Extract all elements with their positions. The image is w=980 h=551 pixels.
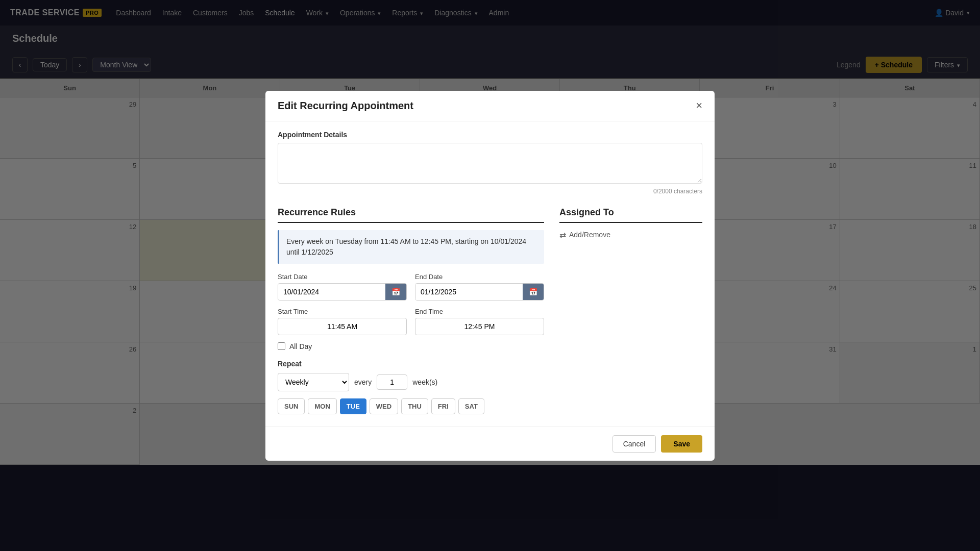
end-date-calendar-icon[interactable]: 📅 <box>523 284 544 300</box>
day-tue-button[interactable]: TUE <box>340 398 366 414</box>
start-date-group: Start Date 📅 <box>278 273 407 300</box>
recurrence-rules-heading: Recurrence Rules <box>278 207 544 223</box>
date-row: Start Date 📅 End Date 📅 <box>278 273 544 300</box>
cancel-button[interactable]: Cancel <box>612 435 656 453</box>
start-date-label: Start Date <box>278 273 407 281</box>
time-row: Start Time End Time <box>278 308 544 335</box>
assigned-to-heading: Assigned To <box>559 207 702 223</box>
repeat-label: Repeat <box>278 360 544 368</box>
recurrence-rules-section: Recurrence Rules Every week on Tuesday f… <box>278 207 544 414</box>
modal-body: Appointment Details 0/2000 characters Re… <box>265 121 715 427</box>
end-date-input-wrapper: 📅 <box>415 283 544 300</box>
modal-footer: Cancel Save <box>265 427 715 461</box>
close-button[interactable]: × <box>696 100 702 111</box>
recurrence-summary: Every week on Tuesday from 11:45 AM to 1… <box>278 230 544 264</box>
every-label: every <box>354 378 372 386</box>
day-sun-button[interactable]: SUN <box>278 398 305 414</box>
end-time-label: End Time <box>415 308 544 315</box>
all-day-row: All Day <box>278 342 544 350</box>
appointment-details-textarea[interactable] <box>278 143 702 184</box>
save-button[interactable]: Save <box>661 435 702 453</box>
start-time-input[interactable] <box>278 318 407 335</box>
start-date-calendar-icon[interactable]: 📅 <box>385 284 406 300</box>
day-sat-button[interactable]: SAT <box>458 398 484 414</box>
day-buttons: SUN MON TUE WED THU FRI SAT <box>278 398 544 414</box>
end-time-group: End Time <box>415 308 544 335</box>
char-count: 0/2000 characters <box>278 188 702 195</box>
edit-recurring-modal: Edit Recurring Appointment × Appointment… <box>265 91 715 461</box>
start-time-group: Start Time <box>278 308 407 335</box>
modal-overlay: Edit Recurring Appointment × Appointment… <box>0 0 980 465</box>
end-date-input[interactable] <box>415 284 523 300</box>
day-thu-button[interactable]: THU <box>401 398 428 414</box>
add-remove-label: Add/Remove <box>569 231 610 239</box>
all-day-label: All Day <box>289 342 312 350</box>
modal-title: Edit Recurring Appointment <box>278 100 413 112</box>
assigned-to-section: Assigned To ⇄ Add/Remove <box>559 207 702 414</box>
day-fri-button[interactable]: FRI <box>431 398 455 414</box>
appointment-details-label: Appointment Details <box>278 131 702 139</box>
repeat-select[interactable]: Weekly Daily Monthly Yearly <box>278 373 349 391</box>
start-date-input[interactable] <box>278 284 385 300</box>
end-date-group: End Date 📅 <box>415 273 544 300</box>
start-time-label: Start Time <box>278 308 407 315</box>
add-remove-link[interactable]: ⇄ Add/Remove <box>559 230 702 240</box>
all-day-checkbox[interactable] <box>278 342 285 350</box>
day-wed-button[interactable]: WED <box>370 398 398 414</box>
repeat-row: Weekly Daily Monthly Yearly every week(s… <box>278 373 544 391</box>
start-date-input-wrapper: 📅 <box>278 283 407 300</box>
end-date-label: End Date <box>415 273 544 281</box>
end-time-input[interactable] <box>415 318 544 335</box>
add-remove-icon: ⇄ <box>559 230 566 240</box>
day-mon-button[interactable]: MON <box>308 398 336 414</box>
every-input[interactable] <box>377 374 407 390</box>
two-col-layout: Recurrence Rules Every week on Tuesday f… <box>278 207 702 414</box>
modal-header: Edit Recurring Appointment × <box>265 91 715 121</box>
weeks-label: week(s) <box>412 378 437 386</box>
